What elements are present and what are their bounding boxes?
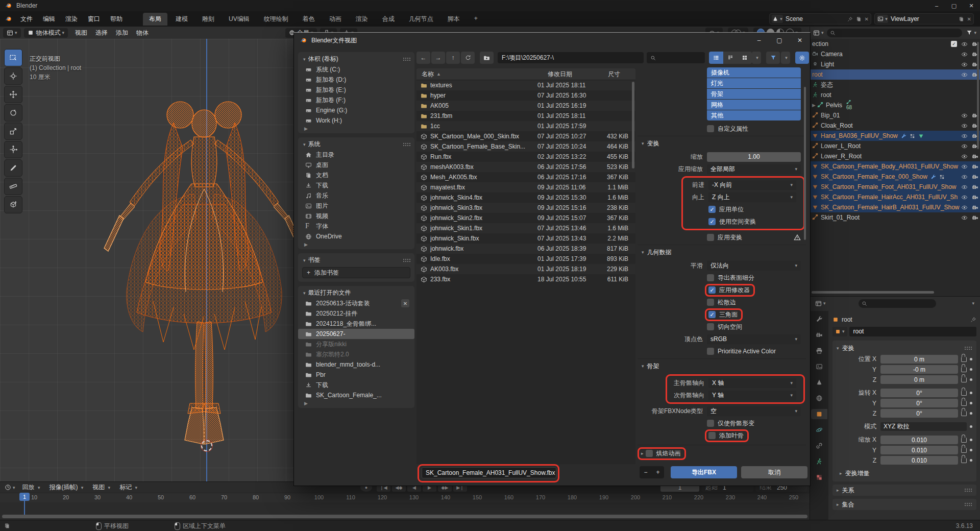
transform-value-field[interactable]: -0 m (880, 365, 958, 374)
recent-item[interactable]: 20241218_全骨骼绑... (298, 319, 414, 329)
timeline-scrollbar[interactable] (2, 515, 807, 518)
file-row[interactable]: mayatest.fbx09 Jul 2025 11:061.1 MiB (416, 182, 635, 192)
hide-viewport-icon[interactable] (961, 204, 968, 211)
panel-scrollbar[interactable] (804, 87, 806, 240)
copy-icon[interactable] (959, 16, 964, 22)
hide-viewport-icon[interactable] (961, 71, 968, 78)
transform-value-field[interactable]: 0.010 (880, 436, 958, 444)
properties-options-icon[interactable]: ▾ (972, 301, 974, 306)
smoothing-dropdown[interactable]: 仅法向▾ (707, 261, 801, 271)
outliner-row[interactable]: Cloak_Root (810, 120, 980, 131)
up-dropdown[interactable]: Z 向上▾ (708, 192, 796, 202)
viewport-menu-3[interactable]: 物体 (132, 29, 153, 37)
outliner-search-input[interactable] (827, 29, 963, 37)
system-item-music[interactable]: 音乐 (298, 190, 414, 201)
workspace-tab-3[interactable]: UV编辑 (223, 13, 256, 26)
close-button[interactable]: ✕ (963, 0, 980, 11)
primary-bone-axis-dropdown[interactable]: X 轴▾ (708, 378, 796, 388)
menu-3[interactable]: 窗口 (83, 13, 105, 26)
tool-annotate[interactable] (4, 159, 22, 177)
disable-render-icon[interactable] (972, 194, 978, 201)
system-item-image[interactable]: 图片 (298, 201, 414, 211)
refresh-button[interactable] (461, 52, 475, 64)
workspace-tab-9[interactable]: 几何节点 (403, 13, 439, 26)
outliner-row[interactable]: 姿态 (810, 80, 980, 90)
timeline-menu-2[interactable]: 视图 ▾ (88, 483, 115, 492)
armature-section-header[interactable]: ▾骨架 (638, 358, 806, 373)
viewport-menu-0[interactable]: 视图 (71, 29, 91, 37)
filter-摄像机[interactable]: 摄像机 (707, 67, 801, 78)
scene-name[interactable]: Scene (786, 15, 803, 22)
object-name-field[interactable]: root (849, 327, 976, 336)
outliner-row[interactable]: Hand_BA036_FullUV_Show (810, 131, 980, 141)
viewlayer-selector[interactable]: ▾ ViewLayer ✕ (874, 13, 974, 25)
properties-tab-physics[interactable] (813, 425, 826, 435)
properties-tab-object[interactable] (811, 409, 827, 419)
hide-viewport-icon[interactable] (961, 112, 968, 119)
bookmarks-title[interactable]: 书签 (308, 256, 321, 264)
window-controls[interactable]: – ▢ ✕ (928, 0, 980, 11)
transform-value-field[interactable]: 0 m (880, 375, 958, 384)
file-row[interactable]: SK_Cartoon_Male_000_Skin.fbx07 Jul 2025 … (416, 131, 635, 141)
recent-item[interactable]: 20250627- (298, 329, 414, 339)
outliner-row[interactable]: Skirt_01_Root (810, 212, 980, 223)
column-date[interactable]: 修改日期 (548, 70, 608, 79)
tool-move[interactable] (4, 86, 22, 103)
apply-transform-checkbox[interactable] (707, 234, 714, 241)
hide-viewport-icon[interactable] (961, 174, 968, 180)
recent-item[interactable]: 20250212-挂件 (298, 308, 414, 319)
hide-viewport-icon[interactable] (961, 214, 968, 221)
cancel-button[interactable]: 取消 (741, 466, 807, 478)
hide-viewport-icon[interactable] (961, 123, 968, 129)
outliner-row[interactable]: Lower_L_Root (810, 141, 980, 151)
recent-item[interactable]: Pbr (298, 370, 414, 380)
hide-viewport-icon[interactable] (961, 184, 968, 190)
filter-其他[interactable]: 其他 (707, 110, 801, 120)
increment-button[interactable]: + (652, 466, 664, 478)
properties-tab-tool[interactable] (813, 314, 826, 324)
system-item-docs[interactable]: 文档 (298, 170, 414, 180)
file-row[interactable]: textures01 Jul 2025 18:11 (416, 80, 635, 90)
file-row[interactable]: johnwick_Skin4.fbx09 Jul 2025 15:301.6 M… (416, 192, 635, 203)
volume-item[interactable]: Engine (G:) (298, 105, 414, 115)
tangent-space-checkbox[interactable] (707, 323, 714, 330)
menu-2[interactable]: 渲染 (60, 13, 83, 26)
apply-modifiers-checkbox[interactable]: ✓ (708, 286, 716, 294)
menu-1[interactable]: 编辑 (38, 13, 60, 26)
file-row[interactable]: SK_Cartoon_Female_Base_Skin...07 Jul 202… (416, 141, 635, 152)
outliner-row[interactable]: ection✓ (810, 39, 980, 49)
outliner-row[interactable]: Bip_01 (810, 110, 980, 120)
outliner-row[interactable]: SK_Cartoon_Female_Body_AH031_FullUV_Show (810, 161, 980, 172)
file-row[interactable]: meshAK003.fbx06 Jul 2025 17:56523 KiB (416, 162, 635, 172)
file-row[interactable]: johnwick_Skin3.fbx09 Jul 2025 15:16238 K… (416, 203, 635, 213)
deform-only-checkbox[interactable] (707, 420, 714, 427)
forward-dropdown[interactable]: -X 向前▾ (708, 180, 796, 190)
hide-viewport-icon[interactable] (961, 133, 968, 139)
recent-item[interactable]: 分享版nikki (298, 339, 414, 349)
dialog-titlebar[interactable]: Blender文件视图 – ▢ ✕ (294, 33, 810, 48)
outliner-row[interactable]: Light (810, 59, 980, 69)
system-item-globe[interactable]: OneDrive (298, 231, 414, 242)
scale-field[interactable]: 1.00 (707, 152, 801, 162)
recent-item[interactable]: 20250613-活动套装 (298, 298, 414, 308)
apply-scalings-dropdown[interactable]: 全部局部▾ (707, 164, 801, 174)
file-row[interactable]: Run.fbx02 Jul 2025 13:22455 KiB (416, 152, 635, 162)
properties-tab-world[interactable] (813, 393, 826, 403)
transform-value-field[interactable]: 0.010 (880, 446, 958, 454)
panel-grip-icon[interactable] (964, 346, 972, 350)
system-item-desktop[interactable]: 桌面 (298, 160, 414, 170)
disable-render-icon[interactable] (972, 204, 978, 211)
triangulate-checkbox[interactable]: ✓ (708, 311, 716, 318)
workspace-tab-6[interactable]: 动画 (323, 13, 348, 26)
rotation-mode-dropdown[interactable]: XYZ 欧拉 (880, 422, 967, 431)
file-row[interactable]: johnwick_Skin1.fbx07 Jul 2025 13:461.6 M… (416, 223, 635, 233)
recent-item[interactable]: 塞尔凯特2.0 (298, 349, 414, 359)
secondary-bone-axis-dropdown[interactable]: Y 轴▾ (708, 391, 796, 400)
dialog-maximize-button[interactable]: ▢ (769, 33, 790, 48)
system-item-font[interactable]: F字体 (298, 221, 414, 231)
disable-render-icon[interactable] (972, 174, 978, 180)
menu-0[interactable]: 文件 (15, 13, 38, 26)
maximize-button[interactable]: ▢ (945, 0, 963, 11)
outliner-row[interactable]: ▶Pelvis68 (810, 100, 980, 110)
workspace-tab-8[interactable]: 合成 (376, 13, 401, 26)
